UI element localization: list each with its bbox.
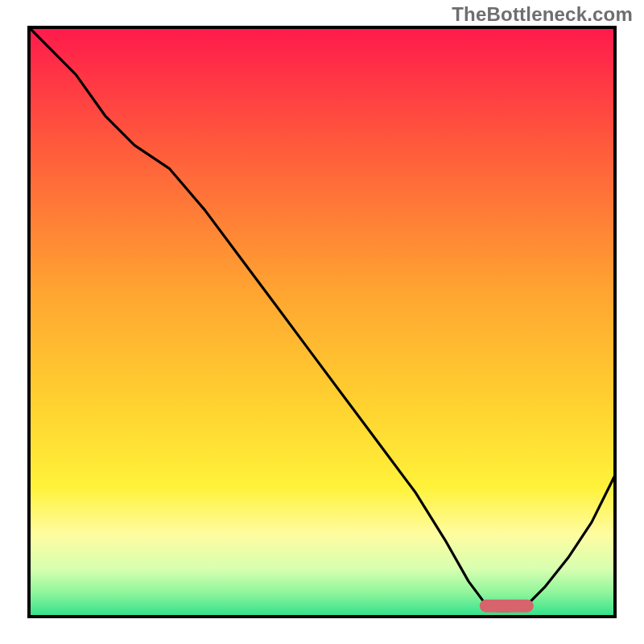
- bottleneck-chart: [0, 0, 644, 644]
- watermark-text: TheBottleneck.com: [452, 3, 633, 26]
- plot-background: [29, 27, 615, 617]
